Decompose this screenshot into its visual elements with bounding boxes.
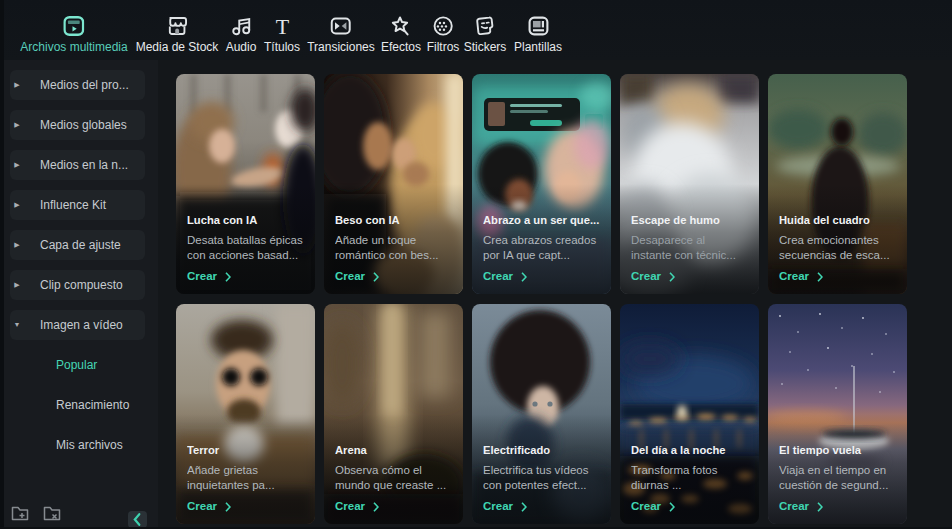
svg-text:T: T [275,16,289,36]
